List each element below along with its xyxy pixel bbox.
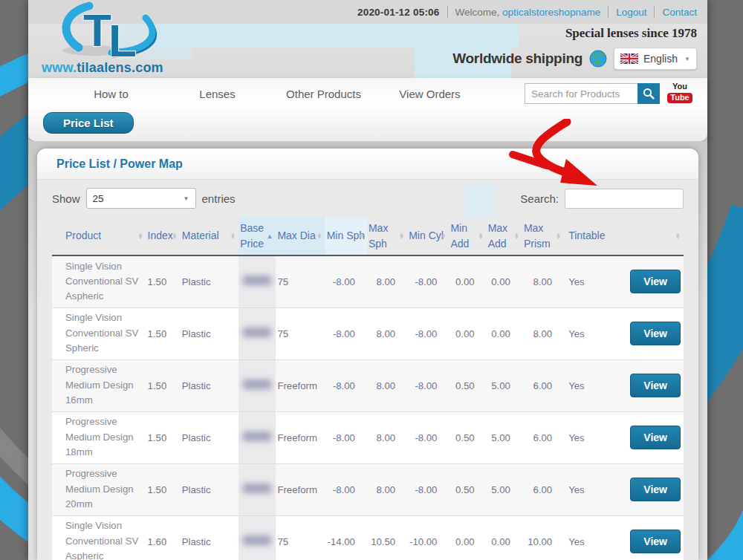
min-cyl-cell: -8.00: [407, 359, 449, 411]
svg-text:T: T: [83, 4, 111, 56]
sort-both-icon: ▲▼: [441, 232, 446, 239]
column-header-max-prism[interactable]: Max Prism▲▼: [522, 217, 564, 255]
column-header-material[interactable]: Material▲▼: [181, 217, 239, 255]
entries-label: entries: [202, 192, 236, 205]
max-add-cell: 0.00: [487, 307, 522, 359]
table-search: Search:: [520, 189, 684, 209]
product-cell: Single Vision Conventional SV Aspheric: [52, 255, 146, 307]
nav-item-how-to[interactable]: How to: [58, 88, 164, 100]
max-add-cell: 0.00: [487, 255, 522, 307]
price-list-table: Product▲▼Index▲▼Material▲▼Base Price▲Max…: [52, 217, 684, 560]
column-header-tintable[interactable]: Tintable: [564, 217, 611, 255]
material-cell: Plastic: [181, 255, 239, 307]
tintable-cell: Yes: [564, 515, 611, 560]
contact-link[interactable]: Contact: [662, 7, 697, 18]
table-search-input[interactable]: [565, 189, 684, 209]
sort-both-icon: ▲▼: [556, 232, 561, 239]
min-add-cell: 0.50: [449, 359, 486, 411]
column-header-max-sph[interactable]: Max Sph▲▼: [367, 217, 407, 255]
max-prism-cell: 6.00: [522, 463, 564, 515]
min-cyl-cell: -8.00: [407, 411, 449, 463]
max-sph-cell: 8.00: [367, 463, 407, 515]
price-list-tab[interactable]: Price List: [43, 112, 134, 134]
min-add-cell: 0.00: [449, 307, 486, 359]
datetime: 2020-01-12 05:06: [357, 7, 440, 18]
min-cyl-cell: -8.00: [407, 255, 449, 307]
youtube-icon[interactable]: You Tube: [666, 82, 694, 103]
max-prism-cell: 8.00: [522, 307, 564, 359]
max-dia-cell: Freeform: [276, 411, 325, 463]
min-cyl-cell: -8.00: [407, 463, 449, 515]
view-button[interactable]: View: [630, 530, 681, 553]
sort-both-icon: ▲▼: [675, 232, 681, 239]
sort-both-icon: ▲▼: [513, 232, 519, 239]
material-cell: Plastic: [181, 359, 239, 411]
view-button[interactable]: View: [630, 426, 681, 449]
column-header-product[interactable]: Product▲▼: [52, 217, 146, 255]
sort-both-icon: ▲▼: [137, 232, 143, 239]
product-search: [525, 83, 660, 104]
column-header-base-price[interactable]: Base Price▲: [239, 217, 276, 255]
shipping-row: Worldwide shipping English ▼: [452, 48, 697, 70]
sort-asc-icon: ▲: [266, 234, 273, 238]
column-header-min-sph[interactable]: Min Sph▲▼: [325, 217, 367, 255]
table-row: Single Vision Conventional SV Aspheric 1…: [52, 255, 684, 307]
column-header-max-add[interactable]: Max Add▲▼: [487, 217, 522, 255]
column-header-min-cyl[interactable]: Min Cyl▲▼: [407, 217, 449, 255]
min-sph-cell: -14.00: [325, 515, 367, 560]
index-cell: 1.50: [146, 359, 181, 411]
product-cell: Progressive Medium Design 18mm: [52, 411, 146, 463]
language-select[interactable]: English ▼: [614, 48, 697, 70]
page-length-select[interactable]: 25 ▼: [86, 188, 196, 209]
product-search-input[interactable]: [525, 83, 637, 104]
blurred-price-value: [243, 276, 271, 285]
search-label: Search:: [520, 192, 559, 205]
view-button[interactable]: View: [630, 478, 681, 501]
nav-item-other-products[interactable]: Other Products: [270, 88, 377, 100]
nav-item-view-orders[interactable]: View Orders: [377, 88, 483, 100]
min-cyl-cell: -10.00: [407, 515, 449, 560]
material-cell: Plastic: [181, 463, 239, 515]
max-sph-cell: 8.00: [367, 359, 407, 411]
logout-link[interactable]: Logout: [616, 7, 646, 18]
min-sph-cell: -8.00: [325, 359, 367, 411]
divider: [654, 6, 655, 18]
view-button[interactable]: View: [630, 322, 681, 345]
base-price-cell: [239, 359, 276, 411]
min-sph-cell: -8.00: [325, 307, 367, 359]
tintable-cell: Yes: [564, 411, 611, 463]
material-cell: Plastic: [181, 515, 239, 560]
uk-flag-icon: [620, 53, 638, 64]
panel-header: Price List / Power Map: [37, 149, 698, 180]
column-header-index[interactable]: Index▲▼: [146, 217, 181, 255]
welcome-text: Welcome, opticalstoreshopname: [455, 7, 601, 18]
nav-band: How toLensesOther ProductsView Orders Yo…: [28, 78, 707, 141]
username-link[interactable]: opticalstoreshopname: [502, 7, 600, 18]
panel-body: Show 25 ▼ entries Search: Product▲▼Index…: [37, 180, 698, 560]
tintable-cell: Yes: [564, 359, 611, 411]
show-label: Show: [52, 192, 80, 205]
blurred-price-value: [243, 535, 271, 545]
min-sph-cell: -8.00: [325, 255, 367, 307]
min-add-cell: 0.00: [449, 255, 486, 307]
max-dia-cell: 75: [276, 515, 325, 560]
search-button[interactable]: [637, 83, 660, 104]
column-header-actions[interactable]: ▲▼: [611, 217, 684, 255]
view-button[interactable]: View: [630, 270, 681, 293]
view-button[interactable]: View: [630, 374, 681, 397]
max-sph-cell: 10.50: [367, 515, 407, 560]
divider: [608, 6, 609, 18]
sort-both-icon: ▲▼: [478, 232, 483, 239]
page-length-value: 25: [93, 193, 104, 204]
site-logo[interactable]: T L www.tilaalens.com: [36, 1, 188, 77]
max-add-cell: 5.00: [487, 411, 522, 463]
column-header-max-dia[interactable]: Max Dia▲▼: [276, 217, 325, 255]
max-add-cell: 5.00: [487, 463, 522, 515]
index-cell: 1.50: [146, 255, 181, 307]
max-prism-cell: 6.00: [522, 411, 564, 463]
max-dia-cell: 75: [276, 255, 325, 307]
column-header-min-add[interactable]: Min Add▲▼: [449, 217, 486, 255]
max-prism-cell: 6.00: [522, 359, 564, 411]
min-add-cell: 0.00: [449, 515, 486, 560]
nav-item-lenses[interactable]: Lenses: [164, 88, 270, 100]
